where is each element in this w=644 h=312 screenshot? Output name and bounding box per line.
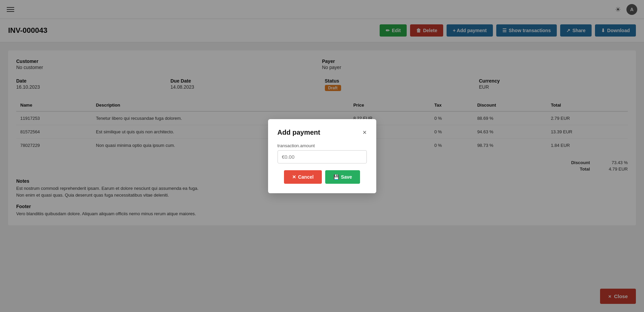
modal-actions: ✕ Cancel 💾 Save	[278, 170, 367, 184]
modal-title: Add payment	[278, 129, 320, 136]
add-payment-modal: Add payment × transaction.amount ✕ Cance…	[268, 119, 376, 193]
modal-overlay[interactable]: Add payment × transaction.amount ✕ Cance…	[0, 0, 644, 312]
modal-close-button[interactable]: ×	[363, 129, 367, 136]
save-icon: 💾	[333, 174, 339, 180]
modal-field-label: transaction.amount	[278, 143, 367, 148]
modal-header: Add payment ×	[278, 129, 367, 136]
save-button[interactable]: 💾 Save	[325, 170, 360, 184]
cancel-icon: ✕	[292, 174, 296, 180]
amount-input[interactable]	[278, 150, 367, 163]
cancel-button[interactable]: ✕ Cancel	[284, 170, 322, 184]
